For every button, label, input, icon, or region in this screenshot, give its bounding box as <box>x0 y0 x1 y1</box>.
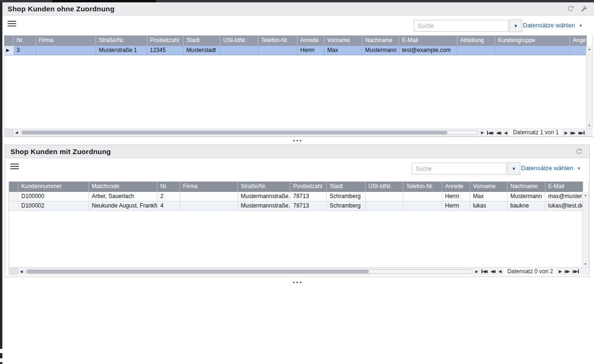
row-indicator-cell[interactable] <box>9 192 18 201</box>
vscroll-down-icon[interactable]: ▼ <box>588 122 591 129</box>
table-cell[interactable]: Mustermannstraße... <box>238 192 290 201</box>
table-cell[interactable]: Arber, Sauerlach <box>89 192 157 201</box>
choose-records-dropdown[interactable]: Datensätze wählen▼ <box>523 22 583 29</box>
table-cell[interactable]: D100002 <box>18 201 89 211</box>
column-header-nr-[interactable]: Nr. <box>157 182 180 192</box>
column-header-telefon-nr-[interactable]: Telefon-Nr. <box>403 182 442 192</box>
table-cell[interactable] <box>366 192 403 201</box>
panel-splitter-handle[interactable] <box>0 138 594 143</box>
table-cell[interactable]: Neukunde August, Frankfurt <box>89 201 157 211</box>
column-header-anrede[interactable]: Anrede <box>442 182 470 192</box>
column-header-nr-[interactable]: Nr. <box>14 35 36 46</box>
column-header-kundengruppe[interactable]: Kundengruppe <box>495 35 570 46</box>
filter-dropdown-button[interactable]: ▼ <box>507 162 520 175</box>
table-cell[interactable] <box>258 46 297 55</box>
nav-next-record-button[interactable]: ▶ <box>563 130 569 135</box>
table-cell[interactable]: 4 <box>157 201 180 211</box>
filter-dropdown-button[interactable]: ▼ <box>509 19 522 32</box>
column-header-postleitzahl[interactable]: Postleitzahl <box>290 182 327 192</box>
table-cell[interactable]: Max <box>324 46 362 55</box>
column-header-nachname[interactable]: Nachname <box>507 182 545 192</box>
table-cell[interactable]: Herrn <box>297 46 324 55</box>
column-header-ust-idnr-[interactable]: USt-IdNr. <box>220 35 258 46</box>
vscroll-down-icon[interactable]: ▼ <box>584 261 587 267</box>
current-row-marker-icon[interactable]: ▶ <box>4 46 14 55</box>
table-cell[interactable]: Herrn <box>442 201 470 211</box>
table-cell[interactable] <box>366 201 403 211</box>
column-header-kundennummer[interactable]: Kundennummer <box>18 182 89 192</box>
table-cell[interactable]: D100000 <box>18 192 89 201</box>
column-header-matchcode[interactable]: Matchcode <box>89 182 157 192</box>
nav-first-record-button[interactable]: ◀◀ <box>486 130 495 135</box>
column-header-telefon-nr-[interactable]: Telefon-Nr. <box>258 35 297 46</box>
column-header-anrede[interactable]: Anrede <box>297 35 324 46</box>
refresh-icon[interactable] <box>576 148 583 155</box>
vscroll-up-icon[interactable]: ▲ <box>588 46 591 52</box>
column-header-stra-e-nr-[interactable]: Straße/Nr. <box>96 35 147 46</box>
table-cell[interactable]: Mustermann <box>507 192 545 201</box>
table-cell[interactable]: Musterstraße 1 <box>96 46 147 55</box>
column-header-vorname[interactable]: Vorname <box>470 182 507 192</box>
vscroll-up-icon[interactable]: ▲ <box>584 192 587 198</box>
table-cell[interactable] <box>180 192 238 201</box>
table-cell[interactable]: max@mustern <box>545 192 583 201</box>
vscrollbar[interactable]: ▲▼ <box>582 192 588 267</box>
refresh-icon[interactable] <box>567 5 574 12</box>
column-header-postleitzahl[interactable]: Postleitzahl <box>147 35 183 46</box>
table-cell[interactable] <box>403 201 442 211</box>
table-cell[interactable] <box>570 46 587 55</box>
column-header-firma[interactable]: Firma <box>180 182 238 192</box>
menu-icon[interactable] <box>10 164 19 170</box>
table-cell[interactable]: Schramberg <box>327 201 366 211</box>
nav-prev-page-button[interactable]: ◀◀ <box>489 269 497 274</box>
wrench-icon[interactable] <box>581 6 587 12</box>
hscrollbar-track[interactable] <box>21 130 478 135</box>
vscrollbar[interactable]: ▲▼ <box>586 46 592 129</box>
table-cell[interactable]: lukas@test.de <box>545 201 583 211</box>
table-cell[interactable]: Mustermann <box>362 46 399 55</box>
hscrollbar-thumb[interactable] <box>22 131 447 134</box>
table-row[interactable]: D100002Neukunde August, Frankfurt4Muster… <box>9 201 588 211</box>
nav-next-record-button[interactable]: ▶ <box>557 269 563 274</box>
row-indicator-cell[interactable] <box>9 201 18 211</box>
table-cell[interactable] <box>220 46 258 55</box>
hscroll-left-icon[interactable]: ◀ <box>18 269 25 274</box>
table-row[interactable]: ▶3Musterstraße 112345MusterstadtHerrnMax… <box>4 46 592 55</box>
hscroll-left-icon[interactable]: ◀ <box>13 130 20 135</box>
nav-prev-page-button[interactable]: ◀◀ <box>495 130 503 135</box>
table-cell[interactable]: 78713 <box>290 201 327 211</box>
column-header-stadt[interactable]: Stadt <box>327 182 366 192</box>
hscroll-right-icon[interactable]: ▶ <box>479 130 486 135</box>
table-cell[interactable]: Mustermannstraße... <box>238 201 290 211</box>
panel-splitter-handle[interactable] <box>0 280 594 285</box>
nav-first-record-button[interactable]: ◀◀ <box>480 269 489 274</box>
menu-icon[interactable] <box>8 21 16 27</box>
table-cell[interactable]: Musterstadt <box>183 46 220 55</box>
table-cell[interactable]: 78713 <box>290 192 327 201</box>
column-header-abteilung[interactable]: Abteilung <box>457 35 495 46</box>
table-cell[interactable] <box>403 192 442 201</box>
column-header-e-mail[interactable]: E-Mail <box>545 182 583 192</box>
nav-last-record-button[interactable]: ▶▶ <box>571 269 580 274</box>
column-header-stadt[interactable]: Stadt <box>183 35 220 46</box>
table-row[interactable]: D100000Arber, Sauerlach2Mustermannstraße… <box>9 192 588 201</box>
hscroll-right-icon[interactable]: ▶ <box>473 269 480 274</box>
column-header-angefra[interactable]: Angefra <box>570 35 587 46</box>
hscrollbar-track[interactable] <box>26 269 472 274</box>
column-header-e-mail[interactable]: E-Mail <box>399 35 457 46</box>
column-header-firma[interactable]: Firma <box>36 35 96 46</box>
search-input[interactable] <box>414 20 508 32</box>
table-cell[interactable]: Herrn <box>442 192 470 201</box>
nav-next-page-button[interactable]: ▶▶ <box>569 130 577 135</box>
column-header-nachname[interactable]: Nachname <box>362 35 399 46</box>
table-cell[interactable] <box>180 201 238 211</box>
choose-records-dropdown[interactable]: Datensätze wählen▼ <box>521 165 581 172</box>
table-cell[interactable] <box>36 46 96 55</box>
table-cell[interactable]: 2 <box>157 192 180 201</box>
hscrollbar-thumb[interactable] <box>26 270 369 273</box>
table-cell[interactable] <box>457 46 495 55</box>
table-cell[interactable]: 3 <box>14 46 36 55</box>
nav-last-record-button[interactable]: ▶▶ <box>577 130 586 135</box>
table-cell[interactable]: lukas <box>470 201 507 211</box>
nav-prev-record-button[interactable]: ◀ <box>497 269 503 274</box>
